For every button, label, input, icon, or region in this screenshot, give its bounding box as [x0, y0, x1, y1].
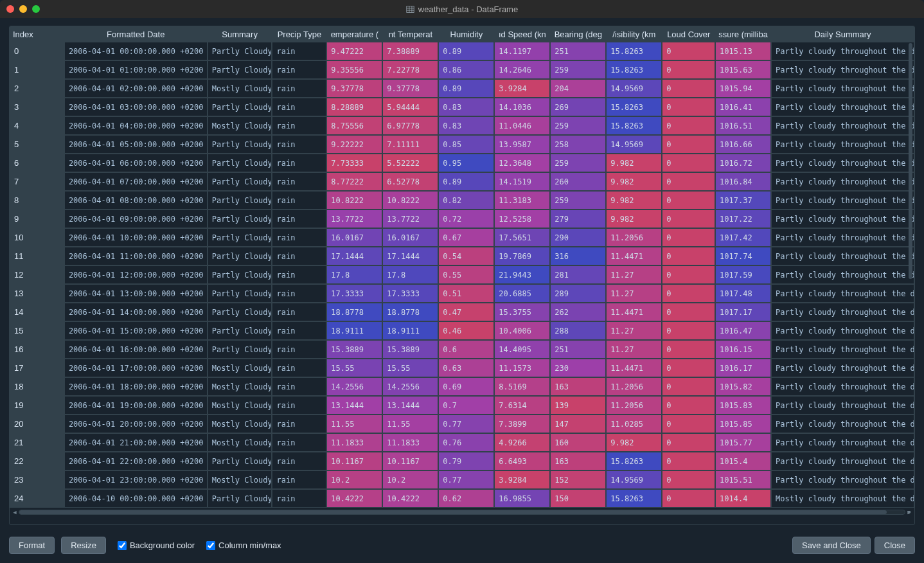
- cell-daily[interactable]: Partly cloudy throughout the day: [771, 321, 914, 340]
- cell-summary[interactable]: Mostly Cloudy: [208, 415, 272, 433]
- cell-precip[interactable]: rain: [272, 247, 326, 265]
- cell-windspeed[interactable]: 14.1519: [494, 172, 550, 191]
- close-icon[interactable]: [6, 5, 14, 13]
- cell-precip[interactable]: rain: [272, 191, 326, 210]
- cell-date[interactable]: 2006-04-01 17:00:00.000 +0200: [64, 359, 208, 377]
- cell-pressure[interactable]: 1017.59: [715, 265, 771, 284]
- cell-index[interactable]: 24: [10, 489, 64, 508]
- close-button[interactable]: Close: [875, 537, 915, 554]
- cell-cloud[interactable]: 0: [662, 470, 715, 489]
- cell-pressure[interactable]: 1015.77: [715, 433, 771, 452]
- cell-daily[interactable]: Partly cloudy throughout the day: [771, 98, 914, 116]
- cell-apptemp[interactable]: 18.9111: [382, 321, 438, 340]
- cell-apptemp[interactable]: 9.37778: [382, 79, 438, 98]
- cell-temp[interactable]: 9.37778: [326, 79, 382, 98]
- cell-bearing[interactable]: 259: [550, 191, 606, 210]
- scrollbar-thumb[interactable]: [909, 43, 912, 279]
- column-header-index[interactable]: Index: [10, 26, 64, 42]
- cell-summary[interactable]: Partly Cloudy: [208, 210, 272, 228]
- cell-index[interactable]: 15: [10, 321, 64, 340]
- table-row[interactable]: 02006-04-01 00:00:00.000 +0200Partly Clo…: [10, 42, 914, 60]
- cell-bearing[interactable]: 259: [550, 154, 606, 172]
- cell-daily[interactable]: Mostly cloudy throughout the day: [771, 489, 914, 508]
- cell-visibility[interactable]: 9.982: [606, 172, 662, 191]
- cell-cloud[interactable]: 0: [662, 377, 715, 396]
- cell-visibility[interactable]: 9.982: [606, 154, 662, 172]
- cell-visibility[interactable]: 14.9569: [606, 79, 662, 98]
- cell-temp[interactable]: 18.8778: [326, 303, 382, 321]
- cell-humidity[interactable]: 0.46: [438, 321, 494, 340]
- cell-windspeed[interactable]: 11.0446: [494, 116, 550, 135]
- cell-index[interactable]: 22: [10, 452, 64, 470]
- cell-pressure[interactable]: 1017.37: [715, 191, 771, 210]
- cell-pressure[interactable]: 1017.17: [715, 303, 771, 321]
- cell-bearing[interactable]: 290: [550, 228, 606, 247]
- table-row[interactable]: 182006-04-01 18:00:00.000 +0200Mostly Cl…: [10, 377, 914, 396]
- cell-apptemp[interactable]: 11.1833: [382, 433, 438, 452]
- background-color-checkbox[interactable]: [118, 541, 127, 550]
- cell-cloud[interactable]: 0: [662, 79, 715, 98]
- cell-precip[interactable]: rain: [272, 42, 326, 60]
- cell-windspeed[interactable]: 3.9284: [494, 470, 550, 489]
- cell-precip[interactable]: rain: [272, 359, 326, 377]
- scroll-down-icon[interactable]: ▼: [907, 509, 911, 515]
- cell-date[interactable]: 2006-04-01 05:00:00.000 +0200: [64, 135, 208, 154]
- column-header-bearing[interactable]: Bearing (deg: [550, 26, 606, 42]
- cell-daily[interactable]: Partly cloudy throughout the day: [771, 135, 914, 154]
- cell-date[interactable]: 2006-04-01 03:00:00.000 +0200: [64, 98, 208, 116]
- cell-summary[interactable]: Partly Cloudy: [208, 265, 272, 284]
- cell-cloud[interactable]: 0: [662, 247, 715, 265]
- cell-visibility[interactable]: 15.8263: [606, 489, 662, 508]
- cell-summary[interactable]: Partly Cloudy: [208, 247, 272, 265]
- cell-cloud[interactable]: 0: [662, 433, 715, 452]
- cell-bearing[interactable]: 289: [550, 284, 606, 303]
- cell-precip[interactable]: rain: [272, 340, 326, 359]
- cell-visibility[interactable]: 11.27: [606, 284, 662, 303]
- cell-daily[interactable]: Partly cloudy throughout the day: [771, 415, 914, 433]
- scroll-left-icon[interactable]: ◀: [11, 509, 19, 515]
- table-row[interactable]: 242006-04-10 00:00:00.000 +0200Partly Cl…: [10, 489, 914, 508]
- cell-summary[interactable]: Mostly Cloudy: [208, 79, 272, 98]
- column-header-humidity[interactable]: Humidity: [438, 26, 494, 42]
- cell-visibility[interactable]: 11.27: [606, 340, 662, 359]
- cell-precip[interactable]: rain: [272, 172, 326, 191]
- cell-daily[interactable]: Partly cloudy throughout the day: [771, 42, 914, 60]
- cell-temp[interactable]: 8.28889: [326, 98, 382, 116]
- cell-index[interactable]: 5: [10, 135, 64, 154]
- cell-humidity[interactable]: 0.89: [438, 42, 494, 60]
- titlebar[interactable]: weather_data - DataFrame: [0, 0, 924, 18]
- cell-windspeed[interactable]: 17.5651: [494, 228, 550, 247]
- cell-cloud[interactable]: 0: [662, 340, 715, 359]
- cell-temp[interactable]: 7.73333: [326, 154, 382, 172]
- cell-precip[interactable]: rain: [272, 284, 326, 303]
- cell-visibility[interactable]: 15.8263: [606, 42, 662, 60]
- cell-summary[interactable]: Partly Cloudy: [208, 284, 272, 303]
- cell-temp[interactable]: 17.3333: [326, 284, 382, 303]
- cell-temp[interactable]: 18.9111: [326, 321, 382, 340]
- resize-button[interactable]: Resize: [61, 537, 106, 554]
- cell-apptemp[interactable]: 15.3889: [382, 340, 438, 359]
- table-row[interactable]: 22006-04-01 02:00:00.000 +0200Mostly Clo…: [10, 79, 914, 98]
- cell-visibility[interactable]: 11.4471: [606, 303, 662, 321]
- cell-daily[interactable]: Partly cloudy throughout the day: [771, 470, 914, 489]
- table-row[interactable]: 82006-04-01 08:00:00.000 +0200Partly Clo…: [10, 191, 914, 210]
- cell-summary[interactable]: Partly Cloudy: [208, 191, 272, 210]
- cell-apptemp[interactable]: 5.94444: [382, 98, 438, 116]
- cell-apptemp[interactable]: 14.2556: [382, 377, 438, 396]
- cell-summary[interactable]: Partly Cloudy: [208, 489, 272, 508]
- cell-daily[interactable]: Partly cloudy throughout the day: [771, 396, 914, 415]
- cell-humidity[interactable]: 0.83: [438, 116, 494, 135]
- cell-cloud[interactable]: 0: [662, 172, 715, 191]
- cell-daily[interactable]: Partly cloudy throughout the day: [771, 228, 914, 247]
- cell-apptemp[interactable]: 10.2: [382, 470, 438, 489]
- cell-index[interactable]: 6: [10, 154, 64, 172]
- cell-apptemp[interactable]: 13.7722: [382, 210, 438, 228]
- cell-precip[interactable]: rain: [272, 303, 326, 321]
- cell-index[interactable]: 2: [10, 79, 64, 98]
- cell-apptemp[interactable]: 17.8: [382, 265, 438, 284]
- cell-humidity[interactable]: 0.72: [438, 210, 494, 228]
- cell-windspeed[interactable]: 11.3183: [494, 191, 550, 210]
- cell-pressure[interactable]: 1015.63: [715, 60, 771, 79]
- cell-visibility[interactable]: 15.8263: [606, 60, 662, 79]
- cell-precip[interactable]: rain: [272, 265, 326, 284]
